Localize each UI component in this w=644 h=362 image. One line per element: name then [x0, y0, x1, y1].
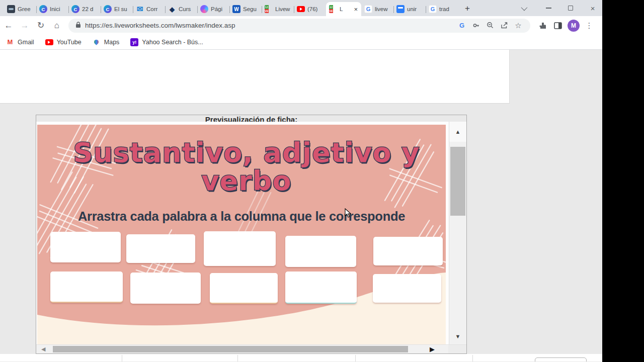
form-blank-panel	[0, 50, 510, 104]
password-key-icon[interactable]	[469, 19, 483, 33]
vertical-scrollbar-thumb[interactable]	[450, 147, 465, 216]
tab[interactable]: CInici	[36, 2, 68, 16]
tab[interactable]: (76)	[294, 2, 326, 16]
tab-active[interactable]: LIVEL×	[326, 2, 361, 16]
tab[interactable]: Gree	[4, 2, 36, 16]
tab-label: Curs	[179, 6, 194, 12]
canva-favicon-icon: C	[104, 5, 112, 13]
scroll-left-arrow-icon[interactable]: ◀	[41, 346, 45, 352]
side-panel-icon[interactable]	[550, 18, 566, 33]
tab[interactable]: unir	[393, 2, 426, 16]
home-button[interactable]: ⌂	[49, 18, 64, 33]
tab[interactable]: Glivew	[361, 2, 393, 16]
tab[interactable]: WSegu	[229, 2, 262, 16]
bookmark-label: Yahoo Search - Bús...	[142, 39, 203, 46]
screen: GreeCIniciC22 dCEl su✉Corr◆CursPágiWSegu…	[0, 0, 644, 362]
share-icon[interactable]	[497, 19, 511, 33]
word-drop-box[interactable]	[373, 274, 441, 303]
word-drop-box[interactable]	[130, 273, 201, 304]
worksheet-title-line1: Sustantivo, adjetivo y	[47, 139, 446, 167]
worksheet-instruction: Arrastra cada palabra a la columna que l…	[37, 209, 446, 224]
restore-button[interactable]	[563, 0, 578, 16]
url-text[interactable]: https://es.liveworksheets.com/lwsmaker/i…	[85, 22, 455, 29]
bottom-table-strip	[0, 354, 602, 361]
reload-button[interactable]: ↻	[33, 18, 48, 33]
close-window-button[interactable]: ×	[585, 0, 600, 16]
worksheet-viewport: Sustantivo, adjetivo y verbo Arrastra ca…	[36, 122, 449, 344]
tab-search-chevron-icon[interactable]	[516, 0, 531, 16]
bookmark-gmail[interactable]: MGmail	[6, 38, 34, 46]
courses-favicon-icon: ◆	[168, 5, 176, 13]
tab-label: L	[340, 6, 351, 12]
word-drop-box[interactable]	[285, 236, 356, 267]
horizontal-scrollbar-thumb[interactable]	[53, 346, 408, 352]
tabs-container: GreeCIniciC22 dCEl su✉Corr◆CursPágiWSegu…	[0, 0, 458, 16]
tab[interactable]: Pági	[197, 2, 229, 16]
back-button[interactable]: ←	[1, 18, 16, 33]
browser-menu-icon[interactable]: ⋮	[582, 18, 597, 33]
zoom-out-icon[interactable]	[483, 19, 497, 33]
tab-label: Pági	[211, 6, 226, 12]
extensions-puzzle-icon[interactable]	[535, 18, 550, 33]
video-favicon-icon	[396, 5, 405, 13]
scroll-right-arrow-icon[interactable]: ▶	[430, 345, 435, 353]
greenshot-favicon-icon	[7, 5, 15, 13]
lock-icon	[75, 21, 81, 30]
scroll-down-arrow-icon[interactable]: ▼	[449, 333, 466, 339]
tab[interactable]: LIVELivew	[262, 2, 294, 16]
preview-label-clipped: Previsualización de ficha:	[36, 115, 466, 122]
google-lens-icon[interactable]: G	[455, 19, 469, 33]
word-drop-box[interactable]	[373, 237, 443, 265]
bookmark-label: Gmail	[18, 39, 34, 46]
tab[interactable]: Gtrad	[426, 2, 458, 16]
forward-button[interactable]: →	[17, 18, 32, 33]
scrollbar-corner	[448, 345, 466, 353]
worksheet-preview-box: Previsualización de ficha:	[36, 115, 467, 354]
canva-favicon-icon: C	[71, 5, 79, 13]
worksheet-canvas: Sustantivo, adjetivo y verbo Arrastra ca…	[37, 125, 446, 344]
tab-label: Segu	[243, 6, 259, 12]
youtube-favicon-icon	[45, 39, 53, 45]
tab-label: (76)	[307, 6, 323, 12]
word-drop-box[interactable]	[50, 272, 123, 303]
new-tab-button[interactable]: +	[461, 2, 474, 15]
lws-favicon-icon: LIVE	[329, 5, 337, 13]
tab[interactable]: CEl su	[101, 2, 133, 16]
tab-close-icon[interactable]: ×	[353, 6, 358, 13]
browser-window: GreeCIniciC22 dCEl su✉Corr◆CursPágiWSegu…	[0, 0, 602, 362]
tab[interactable]: C22 d	[68, 2, 101, 16]
tab[interactable]: ✉Corr	[133, 2, 165, 16]
google-favicon-icon: G	[429, 5, 437, 13]
bookmark-youtube[interactable]: YouTube	[45, 39, 82, 46]
tab-label: trad	[439, 6, 455, 12]
word-drop-box[interactable]	[210, 273, 278, 304]
google-favicon-icon: G	[364, 5, 372, 13]
word-drop-box[interactable]	[126, 234, 195, 263]
word-drop-box[interactable]	[204, 231, 276, 266]
maps-favicon-icon	[93, 38, 101, 46]
partial-button[interactable]	[535, 357, 587, 361]
tab[interactable]: ◆Curs	[165, 2, 197, 16]
horizontal-scrollbar[interactable]: ◀ ▶	[36, 344, 466, 353]
bookmark-yahoo[interactable]: y!Yahoo Search - Bús...	[130, 38, 203, 46]
tab-label: livew	[375, 6, 390, 12]
tab-label: Inici	[50, 6, 65, 12]
bookmarks-bar: MGmailYouTubeMapsy!Yahoo Search - Bús...	[0, 35, 602, 50]
browser-toolbar: ← → ↻ ⌂ https://es.liveworksheets.com/lw…	[0, 16, 602, 35]
canva-favicon-icon: C	[39, 5, 47, 13]
table-divider	[355, 355, 356, 361]
bookmark-star-icon[interactable]: ☆	[511, 19, 525, 33]
tab-label: 22 d	[82, 6, 98, 12]
bookmark-maps[interactable]: Maps	[93, 38, 120, 46]
tab-label: Gree	[18, 6, 33, 12]
scroll-up-arrow-icon[interactable]: ▲	[449, 122, 466, 142]
profile-avatar[interactable]: M	[568, 20, 580, 32]
word-drop-box[interactable]	[285, 272, 357, 304]
tab-label: Corr	[146, 6, 162, 12]
minimize-button[interactable]	[541, 0, 556, 16]
vertical-scrollbar[interactable]: ▲ ▼	[449, 122, 466, 344]
window-controls: ×	[512, 0, 602, 16]
table-divider	[237, 355, 238, 361]
word-drop-box[interactable]	[50, 232, 121, 262]
address-bar[interactable]: https://es.liveworksheets.com/lwsmaker/i…	[68, 19, 530, 33]
